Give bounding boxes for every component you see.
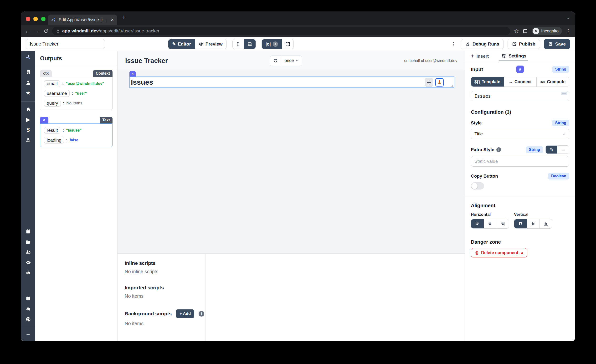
browser-tab[interactable]: Edit App u/user/issue-tracker | ✕ [48,15,117,25]
output-row-loading[interactable]: loading : false [44,137,108,143]
desktop-background: Edit App u/user/issue-tracker | ✕ + ⌄ ← … [0,0,596,364]
schedules-calendar-icon[interactable] [24,228,32,235]
eye-icon [199,42,204,46]
compute-mode-button[interactable]: </> Compute [537,77,569,87]
output-row-username[interactable]: username : "user" [44,90,108,97]
address-bar[interactable]: app.windmill.dev/apps/edit/u/user/issue-… [52,27,510,35]
close-window-button[interactable] [26,17,30,21]
ctx-tab[interactable]: ctx [40,70,52,77]
output-row-result[interactable]: result : "Issues" [44,127,108,134]
favorites-star-icon[interactable]: ★ [24,89,32,97]
delete-component-button[interactable]: Delete component: a [471,248,527,257]
save-button[interactable]: Save [544,39,570,49]
grid-lines-button[interactable]: |o| i [262,39,282,49]
background-scripts-empty: No items [125,321,206,326]
editor-tab[interactable]: ✎ Editor [168,39,195,49]
anchor-component-button[interactable] [435,78,444,87]
github-icon[interactable] [24,316,32,323]
workers-robot-icon[interactable] [24,269,32,277]
browser-menu-icon[interactable]: ⋮ [566,28,571,34]
browser-window: Edit App u/user/issue-tracker | ✕ + ⌄ ← … [21,11,575,341]
mobile-view-button[interactable] [233,39,244,49]
outputs-divider [35,65,117,65]
component-a-tab[interactable]: a [40,117,48,124]
align-top-button[interactable] [514,219,527,228]
zoom-window-button[interactable] [41,17,45,21]
preview-tab[interactable]: Preview [195,39,226,49]
new-tab-button[interactable]: + [122,13,126,21]
settings-content: Input a String ${} Template → Connect [465,61,575,257]
grid-info-icon[interactable]: i [273,41,278,47]
input-mode-toggle: ${} Template → Connect </> Compute [471,77,569,87]
connect-mode-button[interactable]: → Connect [504,77,536,87]
forward-button[interactable]: → [34,28,40,34]
desktop-view-button[interactable] [244,39,256,49]
tab-insert[interactable]: + Insert [471,51,489,61]
toolbar-center: ✎ Editor Preview [168,39,294,49]
copy-button-toggle[interactable] [471,182,484,190]
move-component-button[interactable] [425,78,433,87]
refresh-button[interactable] [270,56,281,66]
groups-icon[interactable] [24,248,32,256]
resources-cubes-icon[interactable] [24,137,32,144]
input-type-badge: String [552,66,569,73]
tab-settings[interactable]: Settings [499,51,528,61]
template-editor[interactable]: Issues [471,91,569,101]
publish-button[interactable]: Publish [507,39,540,49]
connect-button[interactable]: → [557,146,569,154]
app-name-input[interactable] [26,39,105,49]
window-controls [26,17,45,21]
extra-style-info-icon[interactable]: i [496,147,501,152]
resize-handle[interactable] [451,85,453,87]
debug-runs-button[interactable]: Debug Runs [461,39,504,49]
align-center-h-button[interactable] [484,219,496,228]
tab-search-chevron-icon[interactable]: ⌄ [566,15,570,20]
output-row-query[interactable]: query : No items [44,100,108,107]
windmill-logo[interactable] [24,54,32,61]
expand-rail-arrow-icon[interactable]: → [24,330,32,338]
docs-book-icon[interactable] [24,295,32,303]
static-edit-button[interactable]: ✎ [546,146,557,154]
template-mode-button[interactable]: ${} Template [471,77,504,87]
home-icon[interactable] [24,105,32,113]
toolbar-right: ⋮ Debug Runs [451,39,570,49]
folders-icon[interactable] [24,238,32,245]
incognito-icon [533,28,539,34]
tab-close-icon[interactable]: ✕ [111,17,114,22]
scripts-detail-area [206,254,465,341]
fullscreen-icon [285,42,290,46]
copy-button-type-badge: Boolean [548,173,569,179]
vertical-label: Vertical [514,212,552,217]
device-toggle [232,39,256,49]
text-component-a[interactable]: a Issues [129,76,454,88]
align-center-v-button[interactable] [527,219,539,228]
more-options-icon[interactable]: ⋮ [451,41,456,47]
reload-button[interactable] [43,29,48,34]
side-panel-icon[interactable] [523,29,528,34]
background-info-icon[interactable]: i [199,311,204,317]
refresh-mode-dropdown[interactable]: once [281,56,302,66]
runs-play-icon[interactable]: ▶ [24,116,32,124]
fullscreen-button[interactable] [282,39,293,49]
align-left-button[interactable] [471,219,484,228]
variables-dollar-icon[interactable]: $ [24,126,32,134]
align-bottom-button[interactable] [539,219,552,228]
back-button[interactable]: ← [25,28,30,34]
copy-button-label: Copy Button [471,174,498,179]
audit-logs-eye-icon[interactable] [24,259,32,267]
plus-icon: + [471,53,474,59]
bookmark-star-icon[interactable]: ☆ [514,28,519,34]
canvas-body[interactable]: a Issues [118,70,465,253]
add-background-script-button[interactable]: + Add [176,309,194,318]
discord-icon[interactable] [24,305,32,313]
extra-style-input[interactable] [471,156,569,167]
output-row-email[interactable]: email : "user@windmill.dev" [44,80,108,87]
app-main: ★ ▶ $ [21,51,575,341]
workspace-icon[interactable] [24,68,32,76]
user-icon[interactable] [24,79,32,86]
align-right-button[interactable] [496,219,509,228]
inline-scripts-title: Inline scripts [125,260,206,266]
minimize-window-button[interactable] [33,17,38,21]
style-select[interactable]: Title [471,129,569,139]
incognito-badge[interactable]: Incognito [532,27,562,35]
